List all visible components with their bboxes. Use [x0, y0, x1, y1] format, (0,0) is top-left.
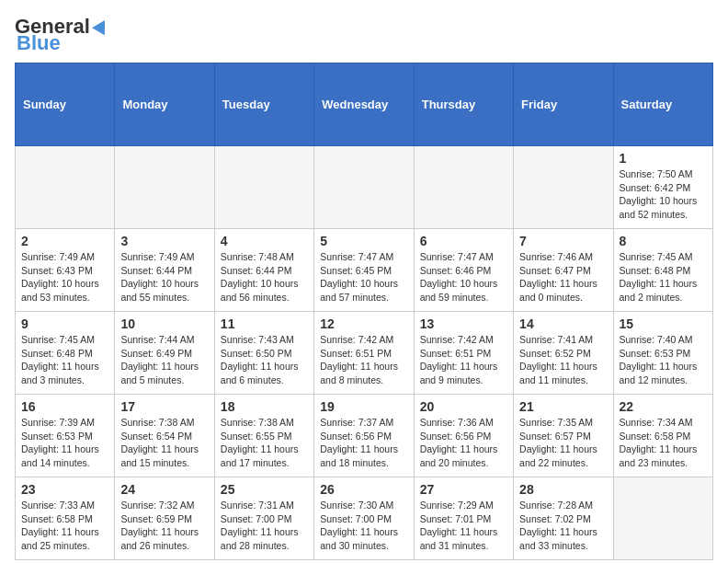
day-number: 28	[519, 482, 607, 497]
calendar-cell: 1Sunrise: 7:50 AM Sunset: 6:42 PM Daylig…	[613, 146, 712, 229]
day-number: 9	[21, 316, 108, 331]
calendar-cell: 25Sunrise: 7:31 AM Sunset: 7:00 PM Dayli…	[214, 477, 313, 560]
day-detail: Sunrise: 7:30 AM Sunset: 7:00 PM Dayligh…	[320, 499, 407, 553]
logo-blue: Blue	[17, 31, 61, 55]
calendar-cell: 10Sunrise: 7:44 AM Sunset: 6:49 PM Dayli…	[115, 312, 214, 395]
day-number: 27	[420, 482, 507, 497]
day-number: 23	[21, 482, 108, 497]
calendar-cell: 17Sunrise: 7:38 AM Sunset: 6:54 PM Dayli…	[115, 395, 214, 477]
calendar-cell: 26Sunrise: 7:30 AM Sunset: 7:00 PM Dayli…	[314, 477, 414, 560]
calendar-cell: 16Sunrise: 7:39 AM Sunset: 6:53 PM Dayli…	[16, 395, 115, 477]
day-number: 11	[221, 316, 308, 331]
day-number: 8	[620, 234, 707, 248]
day-detail: Sunrise: 7:45 AM Sunset: 6:48 PM Dayligh…	[620, 250, 707, 304]
weekday-header-saturday: Saturday	[613, 63, 712, 146]
day-number: 26	[320, 482, 407, 497]
day-number: 20	[420, 399, 507, 414]
day-detail: Sunrise: 7:40 AM Sunset: 6:53 PM Dayligh…	[620, 333, 707, 387]
weekday-header-monday: Monday	[115, 63, 214, 146]
calendar-cell: 9Sunrise: 7:45 AM Sunset: 6:48 PM Daylig…	[16, 312, 115, 395]
logo: General Blue	[15, 15, 110, 55]
calendar-cell: 19Sunrise: 7:37 AM Sunset: 6:56 PM Dayli…	[314, 395, 414, 477]
calendar-cell: 13Sunrise: 7:42 AM Sunset: 6:51 PM Dayli…	[414, 312, 513, 395]
calendar-cell: 12Sunrise: 7:42 AM Sunset: 6:51 PM Dayli…	[314, 312, 414, 395]
day-number: 3	[120, 234, 208, 248]
calendar-cell: 24Sunrise: 7:32 AM Sunset: 6:59 PM Dayli…	[115, 477, 214, 560]
weekday-header-sunday: Sunday	[16, 63, 115, 146]
weekday-header-thursday: Thursday	[414, 63, 513, 146]
day-detail: Sunrise: 7:41 AM Sunset: 6:52 PM Dayligh…	[519, 333, 607, 387]
day-number: 10	[120, 316, 208, 331]
day-detail: Sunrise: 7:39 AM Sunset: 6:53 PM Dayligh…	[21, 416, 108, 470]
day-number: 14	[519, 316, 607, 331]
day-detail: Sunrise: 7:49 AM Sunset: 6:43 PM Dayligh…	[21, 250, 108, 304]
day-number: 1	[620, 151, 707, 166]
day-detail: Sunrise: 7:42 AM Sunset: 6:51 PM Dayligh…	[320, 333, 407, 387]
day-number: 18	[221, 399, 308, 414]
calendar-cell	[613, 477, 712, 560]
day-number: 17	[120, 399, 208, 414]
day-detail: Sunrise: 7:50 AM Sunset: 6:42 PM Dayligh…	[620, 167, 707, 222]
day-detail: Sunrise: 7:29 AM Sunset: 7:01 PM Dayligh…	[420, 499, 507, 553]
svg-marker-0	[92, 17, 110, 35]
calendar-cell	[214, 146, 313, 229]
day-number: 7	[519, 234, 607, 248]
weekday-header-friday: Friday	[514, 63, 613, 146]
calendar-cell	[115, 146, 214, 229]
day-detail: Sunrise: 7:33 AM Sunset: 6:58 PM Dayligh…	[21, 499, 108, 553]
day-number: 16	[21, 399, 108, 414]
logo-arrow-icon	[92, 17, 110, 36]
weekday-header-tuesday: Tuesday	[214, 63, 313, 146]
day-detail: Sunrise: 7:37 AM Sunset: 6:56 PM Dayligh…	[320, 416, 407, 470]
calendar-cell	[314, 146, 414, 229]
calendar-cell	[514, 146, 613, 229]
day-detail: Sunrise: 7:46 AM Sunset: 6:47 PM Dayligh…	[519, 250, 607, 304]
day-number: 6	[420, 234, 507, 248]
calendar-cell: 2Sunrise: 7:49 AM Sunset: 6:43 PM Daylig…	[16, 229, 115, 312]
calendar-cell: 5Sunrise: 7:47 AM Sunset: 6:45 PM Daylig…	[314, 229, 414, 312]
day-number: 25	[221, 482, 308, 497]
calendar-cell: 4Sunrise: 7:48 AM Sunset: 6:44 PM Daylig…	[214, 229, 313, 312]
day-number: 19	[320, 399, 407, 414]
calendar-cell: 6Sunrise: 7:47 AM Sunset: 6:46 PM Daylig…	[414, 229, 513, 312]
day-detail: Sunrise: 7:36 AM Sunset: 6:56 PM Dayligh…	[420, 416, 507, 470]
calendar-cell	[16, 146, 115, 229]
day-number: 21	[519, 399, 607, 414]
calendar-cell: 23Sunrise: 7:33 AM Sunset: 6:58 PM Dayli…	[16, 477, 115, 560]
day-detail: Sunrise: 7:48 AM Sunset: 6:44 PM Dayligh…	[221, 250, 308, 304]
day-detail: Sunrise: 7:49 AM Sunset: 6:44 PM Dayligh…	[120, 250, 208, 304]
calendar-cell: 14Sunrise: 7:41 AM Sunset: 6:52 PM Dayli…	[514, 312, 613, 395]
calendar-cell: 15Sunrise: 7:40 AM Sunset: 6:53 PM Dayli…	[613, 312, 712, 395]
day-detail: Sunrise: 7:44 AM Sunset: 6:49 PM Dayligh…	[120, 333, 208, 387]
calendar-cell: 11Sunrise: 7:43 AM Sunset: 6:50 PM Dayli…	[214, 312, 313, 395]
calendar-cell: 21Sunrise: 7:35 AM Sunset: 6:57 PM Dayli…	[514, 395, 613, 477]
calendar-cell: 18Sunrise: 7:38 AM Sunset: 6:55 PM Dayli…	[214, 395, 313, 477]
calendar-cell: 27Sunrise: 7:29 AM Sunset: 7:01 PM Dayli…	[414, 477, 513, 560]
day-detail: Sunrise: 7:38 AM Sunset: 6:55 PM Dayligh…	[221, 416, 308, 470]
day-number: 13	[420, 316, 507, 331]
calendar-cell: 22Sunrise: 7:34 AM Sunset: 6:58 PM Dayli…	[613, 395, 712, 477]
day-detail: Sunrise: 7:32 AM Sunset: 6:59 PM Dayligh…	[120, 499, 208, 553]
day-detail: Sunrise: 7:45 AM Sunset: 6:48 PM Dayligh…	[21, 333, 108, 387]
day-detail: Sunrise: 7:47 AM Sunset: 6:45 PM Dayligh…	[320, 250, 407, 304]
day-detail: Sunrise: 7:38 AM Sunset: 6:54 PM Dayligh…	[120, 416, 208, 470]
calendar-table: SundayMondayTuesdayWednesdayThursdayFrid…	[15, 63, 713, 560]
calendar-cell: 7Sunrise: 7:46 AM Sunset: 6:47 PM Daylig…	[514, 229, 613, 312]
weekday-header-wednesday: Wednesday	[314, 63, 414, 146]
day-number: 4	[221, 234, 308, 248]
day-number: 5	[320, 234, 407, 248]
day-number: 22	[620, 399, 707, 414]
day-number: 2	[21, 234, 108, 248]
calendar-cell: 20Sunrise: 7:36 AM Sunset: 6:56 PM Dayli…	[414, 395, 513, 477]
calendar-cell	[414, 146, 513, 229]
day-number: 15	[620, 316, 707, 331]
day-detail: Sunrise: 7:42 AM Sunset: 6:51 PM Dayligh…	[420, 333, 507, 387]
day-detail: Sunrise: 7:31 AM Sunset: 7:00 PM Dayligh…	[221, 499, 308, 553]
day-number: 24	[120, 482, 208, 497]
day-detail: Sunrise: 7:28 AM Sunset: 7:02 PM Dayligh…	[519, 499, 607, 553]
day-detail: Sunrise: 7:35 AM Sunset: 6:57 PM Dayligh…	[519, 416, 607, 470]
day-number: 12	[320, 316, 407, 331]
calendar-cell: 28Sunrise: 7:28 AM Sunset: 7:02 PM Dayli…	[514, 477, 613, 560]
calendar-cell: 3Sunrise: 7:49 AM Sunset: 6:44 PM Daylig…	[115, 229, 214, 312]
calendar-cell: 8Sunrise: 7:45 AM Sunset: 6:48 PM Daylig…	[613, 229, 712, 312]
